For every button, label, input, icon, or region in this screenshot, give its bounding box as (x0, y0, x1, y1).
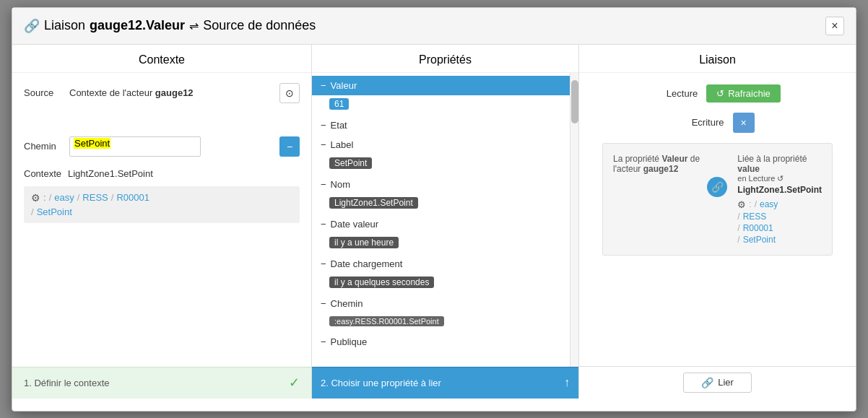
source-text: Contexte de l'acteur gauge12 (69, 87, 274, 98)
breadcrumb-line2: / SetPoint (31, 206, 292, 217)
prop-date-valeur[interactable]: − Date valeur (312, 214, 570, 234)
dialog-body: Contexte Source Contexte de l'acteur gau… (12, 45, 856, 399)
left-panel-content: Source Contexte de l'acteur gauge12 ⊙ Ch… (12, 73, 311, 367)
source-prefix: Contexte de l'acteur (69, 87, 152, 98)
lier-button[interactable]: 🔗 Lier (683, 373, 752, 393)
prop-valeur[interactable]: − Valeur (312, 76, 570, 95)
ecriture-label: Ecriture (681, 117, 724, 128)
breadcrumb-slash2: / (77, 192, 80, 203)
prop-badge-lightzone: LightZone1.SetPoint (329, 197, 418, 209)
close-button[interactable]: × (825, 17, 844, 35)
prop-badge-heure-wrapper: il y a une heure (312, 234, 570, 254)
breadcrumb-gear-icon: ⚙ (31, 192, 40, 204)
right-bc-line2: / RESS (737, 212, 822, 222)
panel-left: Contexte Source Contexte de l'acteur gau… (12, 45, 312, 399)
breadcrumb-sep1: : (43, 192, 46, 203)
breadcrumb-newline-slash: / (31, 206, 34, 217)
prop-badge-secondes-wrapper: il y a quelques secondes (312, 274, 570, 294)
bc-title: LightZone1.SetPoint (737, 185, 822, 195)
right-link-r00001[interactable]: R00001 (743, 223, 773, 233)
right-slash4: / (737, 235, 739, 245)
title-prefix: Liaison (44, 18, 85, 33)
chemin-input[interactable] (69, 136, 201, 157)
source-row: Source Contexte de l'acteur gauge12 ⊙ (24, 83, 300, 103)
lecture-label: Lecture (654, 88, 698, 99)
prop-badge-valeur-wrapper: 61 (312, 95, 570, 116)
prop-dash-publique: − (321, 336, 326, 347)
prop-nom[interactable]: − Nom (312, 175, 570, 194)
ecriture-button[interactable]: × (733, 113, 755, 133)
prop-dash-label: − (321, 139, 326, 150)
source-actor: gauge12 (155, 87, 194, 98)
right-link-ress[interactable]: RESS (743, 212, 767, 222)
prop-label-date-valeur: Date valeur (331, 219, 378, 230)
right-panel-title: Liaison (579, 45, 856, 73)
right-breadcrumb: ⚙ : / easy / RESS / R00001 (737, 199, 822, 245)
actor-text: La propriété Valeur de l'acteur gauge12 (613, 154, 727, 174)
prop-badge-secondes: il y a quelques secondes (329, 277, 434, 288)
breadcrumb-link-ress[interactable]: RESS (82, 192, 108, 203)
liaison-info-left: La propriété Valeur de l'acteur gauge12 … (613, 154, 727, 197)
prop-chemin[interactable]: − Chemin (312, 294, 570, 313)
dialog-header: 🔗 Liaison gauge12.Valeur ⇌ Source de don… (12, 8, 856, 45)
lier-icon: 🔗 (701, 377, 713, 388)
chemin-minus-button[interactable]: − (279, 136, 300, 157)
contexte-label: Contexte (24, 168, 64, 179)
chemin-input-wrapper: SetPoint (69, 136, 274, 157)
chemin-row: Chemin SetPoint − (24, 136, 300, 157)
dialog-title: 🔗 Liaison gauge12.Valeur ⇌ Source de don… (24, 18, 316, 34)
lecture-row: Lecture ↺ Rafraichie (591, 84, 844, 103)
lecture-btn-label: Rafraichie (728, 88, 771, 99)
properties-list: − Valeur 61 − Etat − Label (312, 73, 570, 367)
dialog: 🔗 Liaison gauge12.Valeur ⇌ Source de don… (12, 7, 856, 412)
prop-date-chargement[interactable]: − Date chargement (312, 254, 570, 274)
title-suffix: Source de données (203, 18, 316, 33)
right-bc-line4: / SetPoint (737, 235, 822, 245)
refresh-icon: ↺ (716, 88, 724, 99)
right-link-easy[interactable]: easy (760, 199, 778, 209)
prop-publique[interactable]: − Publique (312, 332, 570, 352)
right-slash2: / (737, 212, 739, 222)
breadcrumb-link-setpoint[interactable]: SetPoint (37, 206, 72, 217)
left-panel-title: Contexte (12, 45, 311, 73)
right-link-setpoint[interactable]: SetPoint (743, 235, 776, 245)
contexte-row: Contexte LightZone1.SetPoint (24, 168, 300, 179)
prop-dash-nom: − (321, 179, 326, 190)
prop-label-nom: Nom (331, 179, 350, 190)
breadcrumb-link-easy[interactable]: easy (54, 192, 74, 203)
middle-panel-title: Propriétés (312, 45, 578, 73)
liaison-info-right: Liée à la propriété value en Lecture ↺ L… (737, 154, 822, 245)
prop-dash-valeur: − (321, 80, 326, 91)
right-sep: : (749, 199, 751, 209)
prop-badge-path-wrapper: :easy.RESS.R00001.SetPoint (312, 313, 570, 332)
link-icon: 🔗 (24, 18, 40, 34)
prop-badge-valeur: 61 (329, 98, 349, 110)
left-panel-footer: 1. Définir le contexte ✓ (12, 367, 311, 399)
liaison-content: Lecture ↺ Rafraichie Ecriture × La propr… (579, 73, 856, 366)
ecriture-row: Ecriture × (591, 113, 844, 133)
lier-label: Lier (718, 377, 734, 388)
source-icon-button[interactable]: ⊙ (279, 83, 300, 103)
panel-middle: Propriétés − Valeur 61 − Etat (312, 45, 579, 399)
right-slash1: / (755, 199, 757, 209)
prop-linked-text: Liée à la propriété value (737, 154, 822, 174)
prop-etat[interactable]: − Etat (312, 116, 570, 135)
prop-dash-date-valeur: − (321, 219, 326, 230)
breadcrumb-line: ⚙ : / easy / RESS / R00001 (31, 192, 292, 204)
link-circle-button[interactable]: 🔗 (707, 177, 727, 197)
breadcrumb-box: ⚙ : / easy / RESS / R00001 / SetPoint (24, 186, 300, 223)
lecture-button[interactable]: ↺ Rafraichie (706, 84, 781, 103)
actor-prop-bold: Valeur (661, 154, 687, 164)
prop-label-label: Label (331, 139, 354, 150)
right-panel-footer: 🔗 Lier (579, 366, 856, 399)
scrollbar[interactable] (570, 73, 578, 367)
actor-name-bold: gauge12 (643, 164, 679, 174)
prop-label-publique: Publique (331, 336, 368, 347)
breadcrumb-link-r00001[interactable]: R00001 (116, 192, 149, 203)
liaison-info-box: La propriété Valeur de l'acteur gauge12 … (602, 143, 833, 256)
arrow-up-icon: ↑ (564, 376, 570, 389)
prop-badge-setpoint: SetPoint (329, 157, 372, 169)
title-arrow: ⇌ (189, 19, 199, 32)
prop-label-item[interactable]: − Label (312, 135, 570, 154)
scrollbar-thumb (571, 80, 578, 123)
